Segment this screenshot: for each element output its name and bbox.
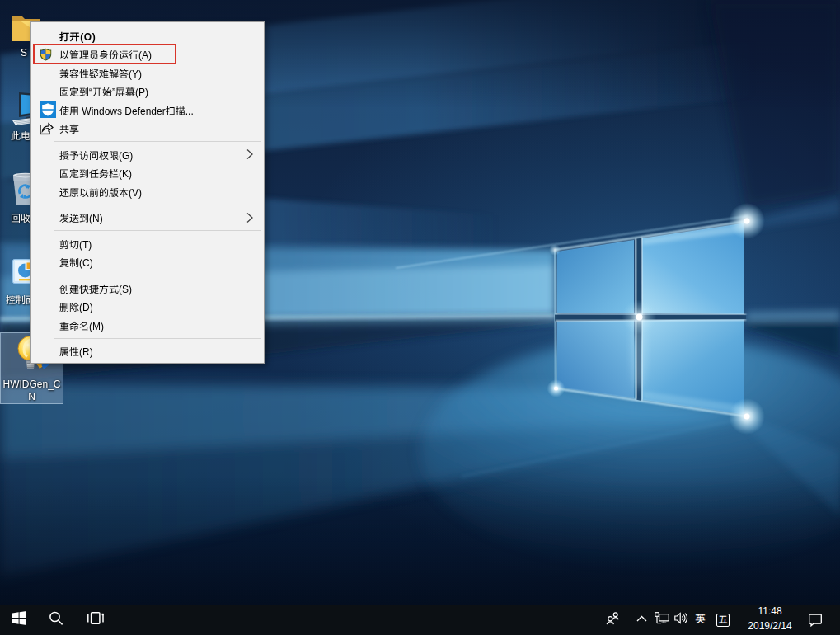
menu-item-pin-to-start[interactable]: 固定到“开始”屏幕(P)	[31, 82, 264, 101]
menu-item-pin-to-taskbar[interactable]: 固定到任务栏(K)	[31, 164, 264, 183]
chevron-up-icon	[636, 615, 647, 622]
menu-item-send-to[interactable]: 发送到(N)	[31, 209, 264, 228]
task-view-icon	[87, 611, 104, 625]
menu-separator	[54, 338, 261, 339]
menu-separator	[54, 205, 261, 205]
ime-language-indicator[interactable]: 英	[692, 605, 709, 635]
menu-item-open[interactable]: 打开(O)	[31, 26, 264, 45]
taskbar: 英 五 11:48 2019/2/14	[0, 605, 840, 635]
menu-item-defender-scan[interactable]: 使用 Windows Defender扫描...	[31, 101, 264, 120]
action-center-icon	[809, 614, 822, 627]
search-button[interactable]	[39, 605, 73, 635]
volume-button[interactable]	[671, 605, 692, 635]
network-icon	[655, 612, 669, 624]
submenu-arrow-icon	[246, 212, 253, 223]
menu-separator	[54, 141, 261, 142]
start-button[interactable]	[0, 605, 39, 635]
tray-expand-button[interactable]	[631, 605, 652, 635]
clock-date: 2019/2/14	[740, 621, 800, 631]
menu-item-run-as-admin[interactable]: 以管理员身份运行(A)	[31, 45, 264, 64]
action-center-button[interactable]	[800, 605, 830, 635]
windows-logo-icon	[12, 611, 26, 625]
menu-item-compatibility[interactable]: 兼容性疑难解答(Y)	[31, 64, 264, 82]
task-view-button[interactable]	[77, 605, 114, 635]
menu-item-restore-versions[interactable]: 还原以前的版本(V)	[31, 182, 264, 201]
ime-mode-box: 五	[716, 614, 730, 627]
menu-separator	[54, 275, 261, 275]
context-menu: 打开(O) 以管理员身份运行(A) 兼容性疑难解答(Y) 固定到“开始”屏幕(P…	[30, 21, 265, 364]
clock-time: 11:48	[740, 606, 800, 616]
people-icon	[606, 612, 620, 625]
menu-item-delete[interactable]: 删除(D)	[31, 298, 264, 317]
menu-item-give-access[interactable]: 授予访问权限(G)	[31, 145, 264, 164]
menu-item-rename[interactable]: 重命名(M)	[31, 316, 264, 335]
desktop-icon-label: S	[21, 47, 27, 59]
menu-item-properties[interactable]: 属性(R)	[31, 342, 264, 361]
menu-item-cut[interactable]: 剪切(T)	[31, 234, 264, 253]
share-icon	[40, 122, 54, 134]
people-button[interactable]	[600, 605, 626, 635]
menu-item-copy[interactable]: 复制(C)	[31, 253, 264, 272]
speaker-icon	[674, 612, 688, 624]
uac-shield-icon	[40, 48, 52, 61]
network-button[interactable]	[651, 605, 672, 635]
search-icon	[49, 611, 63, 626]
menu-item-share[interactable]: 共享	[31, 120, 264, 139]
ime-mode-indicator[interactable]: 五	[714, 605, 732, 635]
menu-item-create-shortcut[interactable]: 创建快捷方式(S)	[31, 279, 264, 298]
submenu-arrow-icon	[246, 149, 253, 160]
defender-icon	[40, 101, 56, 118]
desktop-icon-label-line2: N	[28, 391, 35, 403]
menu-separator	[54, 230, 261, 231]
desktop-icon-label-line1: HWIDGen_C	[2, 379, 60, 391]
taskbar-clock[interactable]: 11:48 2019/2/14	[740, 605, 800, 635]
